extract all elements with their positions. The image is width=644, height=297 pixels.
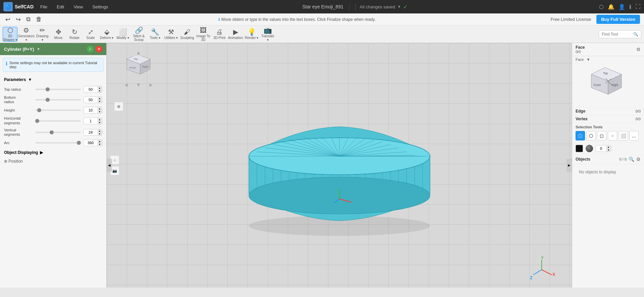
panel-dropdown-arrow[interactable]: ▼ — [37, 47, 40, 51]
height-input[interactable] — [84, 108, 97, 113]
undo-bar: ↩ ↪ ⧉ 🗑 ℹ Move sliders or type in the va… — [0, 13, 644, 26]
tool-animation[interactable]: ▶ Animation — [228, 27, 243, 42]
find-tool-input[interactable] — [602, 32, 632, 37]
sel-more-btn[interactable]: … — [629, 131, 639, 140]
objects-controls: 0 / 0 🔍 ⚙ — [620, 157, 641, 162]
user-icon[interactable]: 👤 — [619, 4, 625, 10]
top-radius-slider[interactable] — [35, 89, 81, 90]
h-segments-up[interactable]: ▲ — [97, 118, 102, 121]
panel-ok-button[interactable]: ✓ — [87, 46, 94, 52]
info-icon[interactable]: ℹ — [629, 4, 631, 10]
left-collapse-button[interactable]: ◄ — [107, 159, 112, 172]
bottom-radius-up[interactable]: ▲ — [97, 97, 102, 100]
v-segments-slider[interactable] — [35, 132, 81, 133]
right-collapse-button[interactable]: ► — [567, 159, 572, 172]
tool-generators[interactable]: ⚙ Generators ▾ — [19, 27, 34, 42]
objects-search-icon[interactable]: 🔍 — [629, 157, 634, 162]
panel-close-button[interactable]: ✕ — [96, 46, 102, 52]
menu-view[interactable]: View — [71, 3, 86, 11]
face-settings-icon[interactable]: ⚙ — [636, 47, 641, 52]
color-up[interactable]: ▲ — [606, 145, 611, 148]
tool-render[interactable]: 💡 Render ▾ — [244, 27, 259, 42]
edge-label-text: Edge — [576, 109, 585, 114]
color-row: ▲ ▼ — [572, 143, 644, 155]
sel-vertex-btn[interactable]: ◦ — [608, 131, 617, 140]
color-spinners: ▲ ▼ — [606, 145, 611, 152]
h-segments-down[interactable]: ▼ — [97, 121, 102, 124]
license-text: Free Limited License — [550, 17, 591, 22]
parameters-header[interactable]: Parameters ▼ — [0, 75, 106, 85]
v-segments-down[interactable]: ▼ — [97, 132, 102, 135]
height-slider[interactable] — [35, 110, 81, 111]
object-displaying-header[interactable]: Object Displaying ▶ — [0, 147, 106, 158]
arc-down[interactable]: ▼ — [97, 143, 102, 146]
arc-up[interactable]: ▲ — [97, 140, 102, 143]
menu-file[interactable]: File — [38, 3, 50, 11]
duplicate-button[interactable]: ⧉ — [25, 14, 32, 24]
sel-face-btn[interactable]: ⬡ — [576, 131, 585, 140]
v-segments-input[interactable] — [84, 130, 97, 135]
position-row[interactable]: ⊕ Position — [0, 158, 106, 165]
bottom-radius-input[interactable] — [84, 97, 97, 102]
menu-edit[interactable]: Edit — [54, 3, 67, 11]
top-radius-up[interactable]: ▲ — [97, 86, 102, 89]
viewport-down-arrow[interactable]: ▼ — [136, 82, 141, 88]
viewport-up-arrow[interactable]: ▲ — [123, 50, 154, 56]
svg-text:Front: Front — [594, 83, 601, 87]
top-radius-down[interactable]: ▼ — [97, 89, 102, 92]
tool-image2d[interactable]: 🖼 Image To 3D — [196, 27, 211, 42]
viewport-right-arrow[interactable]: ► — [148, 82, 154, 88]
svg-text:X: X — [552, 272, 555, 277]
tool-move[interactable]: ✥ Move — [51, 27, 66, 42]
tool-sculpting[interactable]: 🖌 Sculpting — [180, 27, 195, 42]
color-down[interactable]: ▼ — [606, 148, 611, 152]
stitch-label: Stitch & Scoop — [131, 34, 146, 42]
tool-rotate[interactable]: ↻ Rotate — [67, 27, 82, 42]
tool-stitch[interactable]: 🔗 Stitch & Scoop — [131, 27, 146, 42]
bottom-radius-slider[interactable] — [35, 99, 81, 100]
face-dropdown-arrow[interactable]: ▼ — [586, 57, 590, 61]
undo-button[interactable]: ↩ — [4, 14, 12, 25]
h-segments-input[interactable] — [84, 118, 97, 124]
arc-input[interactable] — [84, 140, 97, 145]
color-sphere[interactable] — [586, 145, 593, 152]
viewport-left-arrow[interactable]: ◄ — [123, 82, 129, 88]
top-radius-input[interactable] — [84, 87, 97, 92]
arc-slider[interactable] — [35, 142, 81, 143]
menu-settings[interactable]: Settings — [90, 3, 111, 11]
objects-settings-icon[interactable]: ⚙ — [636, 157, 641, 162]
search-icon: 🔍 — [633, 32, 638, 37]
buy-full-version-button[interactable]: Buy Full Version — [596, 15, 640, 24]
tool-3dshapes[interactable]: ⬡ 3D Shapes ▾ — [3, 27, 17, 42]
h-segments-slider[interactable] — [35, 120, 81, 122]
delete-button[interactable]: 🗑 — [35, 14, 43, 24]
viewport[interactable]: ⌂ 📷 ▲ Front Top Right ◄ ▼ ► — [107, 43, 572, 288]
v-segments-up[interactable]: ▲ — [97, 129, 102, 132]
tool-3dprint[interactable]: 🖨 3D Print — [212, 27, 227, 42]
tool-modify[interactable]: ⬜ Modify ▾ — [115, 27, 130, 42]
bottom-radius-down[interactable]: ▼ — [97, 100, 102, 103]
sel-edge-btn[interactable]: ◻ — [597, 131, 606, 140]
share-icon[interactable]: ⬡ — [599, 4, 604, 10]
no-objects-message: No objects to display — [572, 164, 644, 180]
notification-icon[interactable]: 🔔 — [608, 4, 614, 10]
tool-deform[interactable]: ⬙ Deform ▾ — [99, 27, 114, 42]
color-swatch[interactable] — [576, 145, 583, 152]
tool-drawing[interactable]: ✏ Drawing ▾ — [35, 27, 50, 42]
sel-obj-btn[interactable]: ⬜ — [619, 131, 628, 140]
height-down[interactable]: ▼ — [97, 110, 102, 113]
fullscreen-icon[interactable]: ⛶ — [635, 4, 641, 10]
sel-multi-btn[interactable]: ⬡ — [586, 131, 596, 140]
hint-icon: ℹ — [218, 17, 220, 22]
save-dropdown[interactable]: ▼ — [397, 4, 401, 9]
color-value-input[interactable] — [596, 146, 606, 151]
compass-icon[interactable]: ⊕ — [114, 102, 123, 111]
compass-button[interactable]: ⊕ — [114, 102, 123, 111]
tool-tools[interactable]: 🔧 Tools ▾ — [148, 27, 162, 42]
height-up[interactable]: ▲ — [97, 107, 102, 110]
redo-button[interactable]: ↪ — [14, 14, 22, 25]
tool-scale[interactable]: ⤢ Scale — [83, 27, 98, 42]
tool-tutorials[interactable]: 📺 Tutorials ▾ — [260, 27, 275, 42]
vertex-area: Vertex 0/0 — [572, 115, 644, 123]
tool-utilities[interactable]: ⚒ Utilities ▾ — [164, 27, 178, 42]
